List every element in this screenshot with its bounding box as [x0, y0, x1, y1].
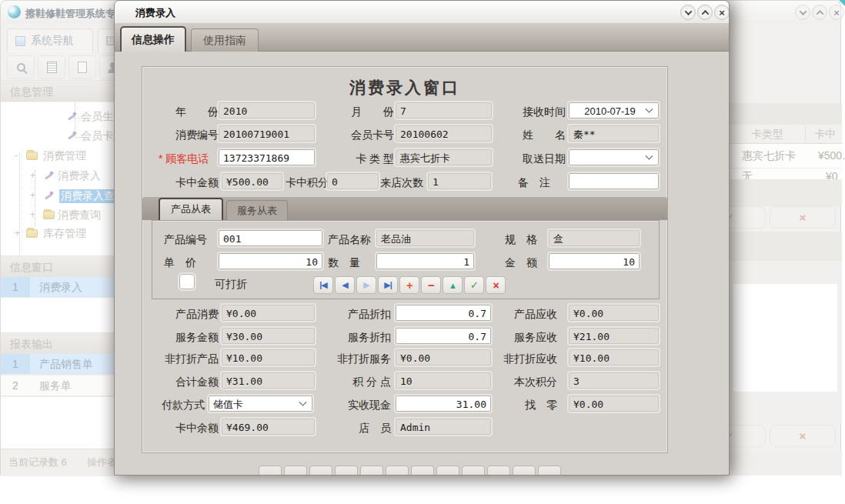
- bottom-button[interactable]: [360, 466, 383, 476]
- row-number: 2: [1, 375, 30, 396]
- tree-item-inventory-mgmt[interactable]: + 库存管理: [1, 225, 115, 243]
- bottom-button[interactable]: [386, 466, 409, 476]
- bottom-button[interactable]: [335, 466, 358, 476]
- member-card-field: 20100602: [396, 125, 492, 142]
- cash-received-input[interactable]: 31.00: [396, 396, 491, 412]
- tab-system-nav[interactable]: 系统导航: [7, 28, 93, 52]
- service-discount-input[interactable]: 0.7: [396, 328, 491, 344]
- unit-price-input[interactable]: 10: [219, 253, 322, 269]
- spec-label: 规 格: [505, 233, 537, 245]
- product-code-input[interactable]: 001: [219, 230, 322, 246]
- phone-input[interactable]: 13723371869: [219, 149, 315, 165]
- chevron-down-icon: [299, 399, 307, 406]
- nav-post-button[interactable]: ✓: [464, 276, 484, 294]
- tree-expander[interactable]: +: [30, 190, 35, 201]
- bottom-button[interactable]: [487, 466, 510, 476]
- month-field: 7: [396, 102, 492, 118]
- remark-label: 备 注: [518, 176, 550, 189]
- points-earned-label: 本次积分: [486, 375, 557, 388]
- main-close-button[interactable]: ×: [829, 5, 844, 20]
- dialog-maximize-button[interactable]: [697, 5, 713, 20]
- tab-service-detail[interactable]: 服务从表: [226, 200, 288, 220]
- tree-item-member-birthday[interactable]: 会员生日: [1, 108, 115, 126]
- nav-delete-button[interactable]: −: [421, 276, 441, 294]
- sidebar-header-info-mgmt: 信息管理: [1, 80, 115, 102]
- discountable-checkbox[interactable]: [179, 274, 195, 289]
- change-field: ¥0.00: [569, 396, 659, 412]
- payment-method-combobox[interactable]: 储值卡: [209, 396, 312, 412]
- required-asterisk: *: [159, 152, 162, 165]
- tree-expander[interactable]: -: [15, 150, 18, 161]
- nondiscount-due-field: ¥10.00: [569, 349, 659, 365]
- dialog-minimize-button[interactable]: [680, 5, 696, 20]
- cash-received-label: 实收现金: [324, 399, 391, 411]
- info-window-row[interactable]: 1 消费录入: [1, 277, 115, 298]
- bottom-button[interactable]: [436, 466, 459, 476]
- consume-no-field: 20100719001: [219, 125, 315, 142]
- column-divider: [805, 126, 806, 142]
- bottom-button[interactable]: [284, 466, 307, 476]
- dialog-close-button[interactable]: ×: [714, 5, 730, 20]
- main-maximize-button[interactable]: [812, 5, 827, 20]
- wand-icon: [66, 131, 77, 141]
- remark-input[interactable]: [569, 173, 659, 189]
- product-consume-field: ¥0.00: [222, 305, 315, 321]
- bottom-button[interactable]: [513, 466, 536, 476]
- tree-item-consume-entry-query[interactable]: + 消费录入查询: [1, 187, 115, 205]
- nav-cancel-button[interactable]: ×: [486, 276, 506, 294]
- tab-product-detail[interactable]: 产品从表: [159, 198, 223, 220]
- tree-expander[interactable]: +: [30, 209, 35, 220]
- phone-label: * 顾客电话: [159, 152, 209, 165]
- wand-icon: [43, 171, 54, 181]
- nav-insert-button[interactable]: +: [399, 276, 419, 294]
- search-toolbar-button[interactable]: [7, 55, 35, 79]
- tree-item-consume-mgmt[interactable]: - 消费管理: [1, 147, 115, 165]
- card-type-field: 惠宾七折卡: [396, 149, 492, 165]
- cancel-button-background[interactable]: ×: [770, 206, 836, 229]
- receive-time-combobox[interactable]: 2010-07-19: [569, 102, 659, 118]
- product-discount-label: 产品折扣: [324, 308, 391, 320]
- tab-info-operation[interactable]: 信息操作: [120, 26, 186, 52]
- sidebar-header-reports: 报表输出: [1, 332, 115, 354]
- folder-icon: [43, 211, 55, 219]
- chevron-up-icon: [816, 9, 823, 17]
- bottom-button[interactable]: [309, 466, 332, 476]
- bottom-button[interactable]: [538, 466, 561, 476]
- new-doc-toolbar-button[interactable]: [68, 55, 96, 79]
- form-title: 消费录入窗口: [142, 77, 668, 98]
- tree-expander[interactable]: +: [15, 228, 20, 239]
- folder-icon: [26, 229, 38, 238]
- quantity-input[interactable]: 1: [376, 253, 474, 269]
- report-row-service[interactable]: 2 服务单: [1, 375, 115, 396]
- info-window-blank: [1, 298, 115, 332]
- nav-next-button[interactable]: ▶: [356, 276, 376, 294]
- nav-edit-button[interactable]: ▲: [443, 276, 463, 294]
- product-discount-input[interactable]: 0.7: [396, 305, 491, 321]
- tree-item-label: 消费查询: [58, 209, 101, 222]
- payment-method-label: 付款方式: [147, 399, 205, 411]
- report-row-product-sales[interactable]: 1 产品销售单: [1, 354, 115, 375]
- phone-label-text: 顾客电话: [165, 152, 209, 165]
- nav-first-button[interactable]: |◀: [313, 276, 333, 294]
- nav-prev-button[interactable]: ◀: [335, 276, 355, 294]
- main-minimize-button[interactable]: [795, 5, 810, 20]
- payment-method-value: 储值卡: [213, 398, 300, 411]
- operator-label: 操作者: [87, 456, 117, 469]
- bottom-button[interactable]: [462, 466, 485, 476]
- report-toolbar-button[interactable]: [38, 55, 65, 79]
- column-header-card-type: 卡类型: [730, 128, 805, 142]
- cancel-button-background[interactable]: ×: [770, 425, 836, 447]
- tree-item-consume-query[interactable]: + 消费查询: [1, 206, 115, 225]
- tree-expander[interactable]: +: [30, 170, 35, 181]
- nav-last-button[interactable]: ▶|: [378, 276, 398, 294]
- tree-item-label: 库存管理: [43, 227, 86, 241]
- pickup-date-combobox[interactable]: [569, 149, 659, 165]
- bottom-button[interactable]: [411, 466, 434, 476]
- nav-square-icon: [15, 36, 25, 46]
- tree-item-consume-entry[interactable]: + 消费录入: [1, 167, 115, 185]
- tab-usage-guide[interactable]: 使用指南: [191, 28, 259, 52]
- service-amount-label: 服务金额: [147, 331, 219, 343]
- tree-item-member-card-expiry[interactable]: 会员卡到: [1, 127, 115, 145]
- row-label: 产品销售单: [39, 354, 93, 375]
- bottom-button[interactable]: [259, 466, 282, 476]
